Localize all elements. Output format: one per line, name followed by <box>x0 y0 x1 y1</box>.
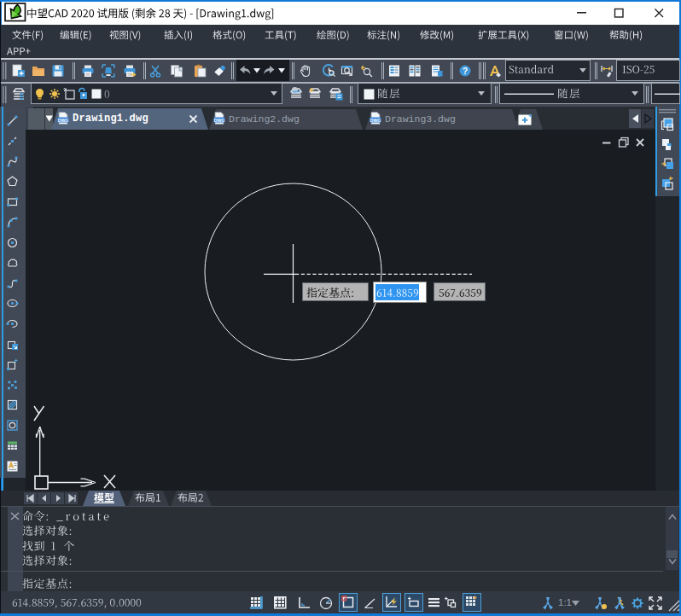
svg-text:?: ? <box>463 67 468 76</box>
svg-text:DWG: DWG <box>370 118 381 123</box>
svg-text:DWG: DWG <box>214 118 225 123</box>
svg-text:DWG: DWG <box>58 118 69 123</box>
